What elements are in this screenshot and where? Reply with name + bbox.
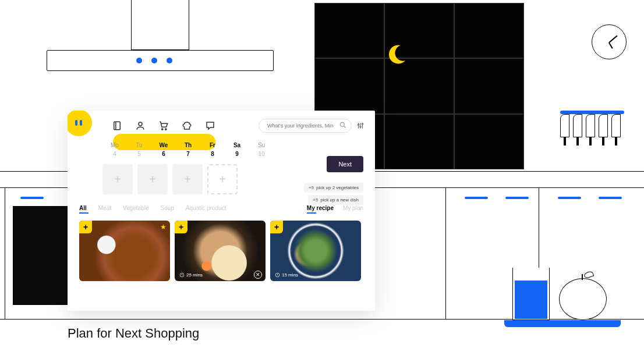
plan-slot[interactable]: + xyxy=(172,164,203,194)
cabinet-handle xyxy=(505,197,529,199)
clock-illustration xyxy=(592,24,627,59)
next-button[interactable]: Next xyxy=(327,156,363,172)
svg-point-2 xyxy=(139,122,142,126)
nav-icons xyxy=(112,120,215,131)
bg-line xyxy=(445,187,446,319)
bg-line xyxy=(373,187,644,188)
svg-point-12 xyxy=(362,123,363,125)
recipe-time: 25 mins xyxy=(179,272,203,278)
recipe-card[interactable]: + 25 mins ✕ xyxy=(175,221,266,281)
recipe-card[interactable]: + ★ xyxy=(79,221,170,281)
tab-soup[interactable]: Soup xyxy=(161,205,174,214)
knife-icon xyxy=(599,114,608,145)
hood-body-illustration xyxy=(47,50,274,71)
hood-shaft-illustration xyxy=(131,0,189,50)
tab-my-recipe[interactable]: My recipe xyxy=(307,205,334,214)
app-window: Mo4 Tu5 We6 Th7 Fr8 Sa9 Su10 + + + + Nex… xyxy=(68,111,375,311)
page-caption: Plan for Next Shopping xyxy=(68,326,199,341)
svg-line-6 xyxy=(344,126,346,128)
plan-slot[interactable]: + xyxy=(102,164,133,194)
add-recipe-icon[interactable]: + xyxy=(175,221,187,233)
knife-icon xyxy=(586,114,595,145)
knife-icon xyxy=(573,114,582,145)
suggestion-tag[interactable]: +5pick up 2 vegetables xyxy=(304,183,363,193)
recipe-time: 15 mins xyxy=(275,272,298,278)
svg-point-3 xyxy=(162,129,163,130)
week-day-su[interactable]: Su10 xyxy=(249,142,274,157)
next-area: Next +5pick up 2 vegetables +5pick up a … xyxy=(304,156,363,205)
svg-rect-0 xyxy=(114,122,121,130)
tab-aquatic[interactable]: Aquatic product xyxy=(186,205,227,214)
cabinet-handle xyxy=(20,197,44,199)
week-day-sa[interactable]: Sa9 xyxy=(225,142,249,157)
book-icon[interactable] xyxy=(112,120,122,131)
knife-icon xyxy=(560,114,569,145)
add-recipe-icon[interactable]: + xyxy=(79,221,92,233)
tray-illustration xyxy=(504,320,621,327)
star-icon[interactable]: ★ xyxy=(160,223,167,231)
cart-icon[interactable] xyxy=(158,120,169,131)
tab-vegetable[interactable]: Vegetable xyxy=(123,205,149,214)
search-icon[interactable] xyxy=(339,121,347,129)
suggestion-list: +5pick up 2 vegetables +5pick up a new d… xyxy=(304,180,363,205)
bg-line xyxy=(5,187,5,319)
tab-meat[interactable]: Meat xyxy=(98,205,111,214)
knife-icon xyxy=(611,114,621,145)
suggestion-tag[interactable]: +5pick up a new dish xyxy=(308,195,363,205)
cabinet-handle xyxy=(558,197,581,199)
svg-point-10 xyxy=(360,126,361,127)
week-row: Mo4 Tu5 We6 Th7 Fr8 Sa9 Su10 xyxy=(68,137,375,157)
chat-icon[interactable] xyxy=(205,120,215,131)
filter-icon[interactable] xyxy=(356,122,365,130)
user-icon[interactable] xyxy=(135,120,146,131)
svg-point-5 xyxy=(340,122,344,126)
tab-my-plan[interactable]: My plan xyxy=(343,205,363,214)
recipe-card[interactable]: + 15 mins xyxy=(270,221,361,281)
plan-slot[interactable]: + xyxy=(137,164,168,194)
cabinet-handle xyxy=(465,197,488,199)
moon-icon xyxy=(384,42,408,65)
recipe-list: + ★ + 25 mins ✕ + 15 mins xyxy=(68,217,375,281)
glass-fill xyxy=(515,281,547,319)
chef-icon[interactable] xyxy=(182,120,192,131)
add-recipe-icon[interactable]: + xyxy=(270,221,283,233)
search-input[interactable] xyxy=(259,119,352,133)
svg-point-4 xyxy=(165,129,167,130)
svg-point-8 xyxy=(358,124,359,125)
plan-slot-add[interactable]: + xyxy=(207,164,238,194)
tab-all[interactable]: All xyxy=(79,205,87,214)
remove-recipe-icon[interactable]: ✕ xyxy=(254,271,262,279)
app-header xyxy=(68,111,375,137)
apple-illustration xyxy=(559,278,607,320)
search-area xyxy=(259,119,365,133)
cabinet-handle xyxy=(599,197,622,199)
